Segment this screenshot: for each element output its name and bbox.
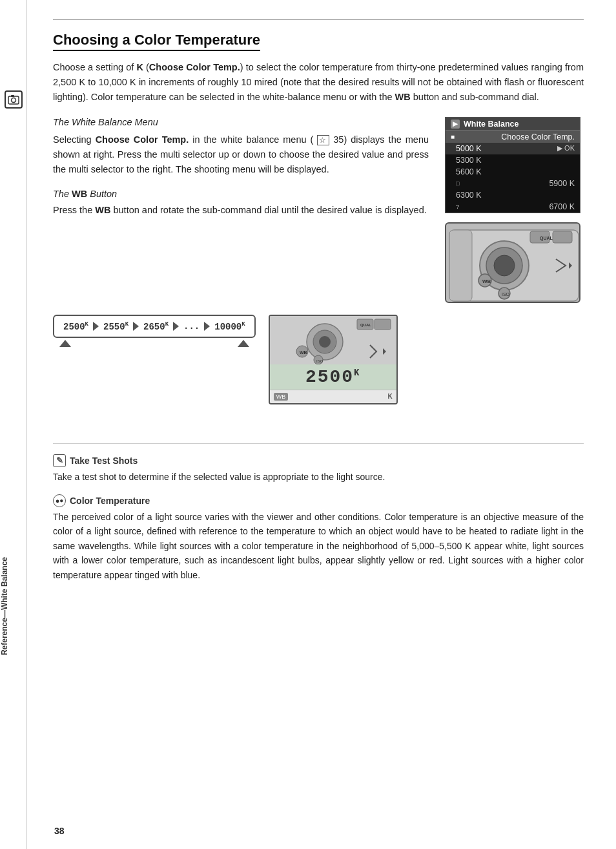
camera-lcd-display: QUAL WB ISO 2500K bbox=[269, 315, 398, 404]
page-title: Choosing a Color Temperature bbox=[53, 32, 260, 51]
wb-menu-title-text: White Balance bbox=[464, 120, 518, 129]
wb-item-5300-label: 5300 K bbox=[456, 156, 482, 165]
circle-icon: ● bbox=[53, 494, 66, 507]
wb-button-header: The WB Button bbox=[53, 189, 429, 199]
dial-val-10000: 10000K bbox=[214, 321, 245, 332]
wb-menu-item-5600: 5600 K bbox=[446, 166, 580, 178]
svg-text:ISO: ISO bbox=[502, 292, 510, 297]
menu-icon-inline: ☆ bbox=[317, 135, 329, 145]
wb-menu-item-5300: 5300 K bbox=[446, 154, 580, 166]
k-label-bottom: K bbox=[387, 393, 392, 401]
dial-val-2500: 2500K bbox=[63, 321, 88, 332]
wb-item-6700-icon: ? bbox=[456, 204, 459, 210]
svg-rect-20 bbox=[375, 319, 391, 330]
camera-body-mockup: QUAL WB ISO bbox=[445, 222, 580, 303]
wb-button-body: Press the WB button and rotate the sub-c… bbox=[53, 203, 429, 218]
dial-val-2650: 2650K bbox=[143, 321, 169, 332]
dial-val-2550: 2550K bbox=[103, 321, 128, 332]
wb-item-5900-label: 5900 K bbox=[549, 179, 575, 188]
visuals-col: ▶ White Balance ■ Choose Color Temp. 500… bbox=[445, 117, 584, 303]
wb-menu-title-bar: ▶ White Balance bbox=[446, 118, 580, 131]
main-content: Choosing a Color Temperature Choose a se… bbox=[27, 0, 616, 849]
wb-menu-item-6700: ? 6700 K bbox=[446, 201, 580, 213]
dial-ellipsis: ... bbox=[183, 321, 200, 331]
wb-item-5900-icon: □ bbox=[456, 180, 459, 187]
wb-menu-mockup: ▶ White Balance ■ Choose Color Temp. 500… bbox=[445, 117, 580, 213]
dial-diamond-2 bbox=[133, 322, 139, 331]
svg-rect-4 bbox=[449, 230, 472, 301]
note-1-header: ✎ Take Test Shots bbox=[53, 454, 584, 467]
camera-icon bbox=[5, 90, 23, 109]
note-take-test-shots: ✎ Take Test Shots Take a test shot to de… bbox=[53, 454, 584, 484]
svg-point-18 bbox=[319, 336, 331, 348]
wb-menu-item-6300: 6300 K bbox=[446, 189, 580, 201]
note-1-text: Take a test shot to determine if the sel… bbox=[53, 470, 584, 484]
camera-top-svg: QUAL WB ISO bbox=[270, 316, 398, 364]
camera-body-svg: QUAL WB ISO bbox=[446, 224, 580, 303]
top-border bbox=[53, 19, 584, 20]
notes-section: ✎ Take Test Shots Take a test shot to de… bbox=[53, 443, 584, 582]
note-color-temperature: ● Color Temperature The perceived color … bbox=[53, 494, 584, 582]
page-number: 38 bbox=[54, 826, 65, 836]
svg-point-7 bbox=[494, 255, 515, 276]
camera-bottom-bar: WB K bbox=[270, 390, 396, 403]
dial-arrows bbox=[53, 338, 256, 347]
dial-diamond-4 bbox=[204, 322, 210, 331]
dial-items-row: 2500K 2550K 2650K ... 10000K bbox=[53, 315, 256, 339]
page-container: Reference—White Balance Choosing a Color… bbox=[0, 0, 616, 849]
svg-rect-2 bbox=[11, 95, 14, 97]
svg-text:WB: WB bbox=[482, 278, 491, 284]
pencil-icon: ✎ bbox=[53, 454, 66, 467]
svg-text:QUAL: QUAL bbox=[360, 323, 371, 327]
dial-diamond-3 bbox=[173, 322, 179, 331]
wb-title-icon: ▶ bbox=[451, 120, 460, 129]
svg-point-1 bbox=[11, 98, 15, 103]
arrow-right bbox=[238, 340, 249, 347]
wb-menu-item-5000: 5000 K ▶ OK bbox=[446, 143, 580, 154]
sidebar: Reference—White Balance bbox=[0, 0, 27, 849]
camera-top-area: QUAL WB ISO bbox=[270, 316, 396, 364]
svg-text:WB: WB bbox=[300, 350, 307, 355]
svg-rect-9 bbox=[553, 231, 572, 243]
wb-item-6700-label: 6700 K bbox=[549, 202, 575, 211]
white-balance-menu-section: The White Balance Menu Selecting Choose … bbox=[53, 117, 584, 303]
camera-lcd-value: 2500K bbox=[270, 364, 396, 390]
dial-section: 2500K 2550K 2650K ... 10000K bbox=[53, 315, 584, 404]
intro-paragraph: Choose a setting of K (Choose Color Temp… bbox=[53, 60, 584, 105]
sidebar-label: Reference—White Balance bbox=[0, 557, 27, 655]
lcd-digits: 2500K bbox=[305, 367, 361, 387]
wb-menu-item-choose: ■ Choose Color Temp. bbox=[446, 131, 580, 143]
wb-item-label: Choose Color Temp. bbox=[501, 132, 575, 142]
note-2-header: ● Color Temperature bbox=[53, 494, 584, 507]
wb-label-bottom: WB bbox=[274, 393, 289, 401]
dial-diamond-1 bbox=[93, 322, 99, 331]
svg-text:QUAL: QUAL bbox=[540, 236, 553, 241]
wb-menu-text-col: The White Balance Menu Selecting Choose … bbox=[53, 117, 429, 303]
note-2-title: Color Temperature bbox=[70, 496, 150, 506]
svg-text:ISO: ISO bbox=[316, 359, 323, 363]
wb-item-5600-label: 5600 K bbox=[456, 167, 482, 176]
note-2-text: The perceived color of a light source va… bbox=[53, 510, 584, 582]
wb-ok-indicator: ▶ OK bbox=[557, 144, 575, 152]
arrow-left bbox=[59, 340, 71, 347]
wb-item-6300-label: 6300 K bbox=[456, 191, 482, 200]
wb-item-icon: ■ bbox=[451, 133, 455, 140]
wb-item-5000-label: 5000 K bbox=[456, 144, 482, 153]
wb-menu-header: The White Balance Menu bbox=[53, 117, 429, 127]
dial-strip-wrapper: 2500K 2550K 2650K ... 10000K bbox=[53, 315, 256, 348]
note-1-title: Take Test Shots bbox=[70, 456, 138, 466]
wb-menu-body: Selecting Choose Color Temp. in the whit… bbox=[53, 132, 429, 178]
wb-menu-item-5900: □ 5900 K bbox=[446, 178, 580, 189]
